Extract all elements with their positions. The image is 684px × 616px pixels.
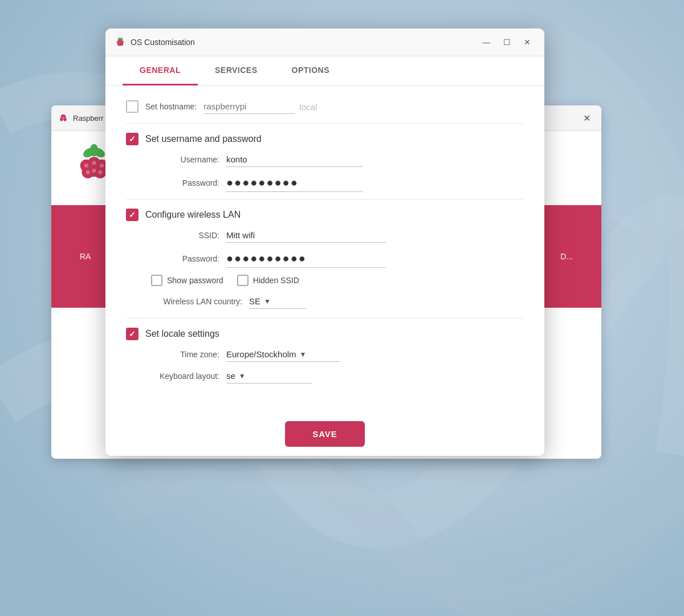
timezone-value: Europe/Stockholm [226, 349, 296, 359]
svg-point-20 [92, 169, 96, 173]
country-value: SE [249, 296, 260, 306]
hidden-ssid-label: Hidden SSID [253, 276, 299, 285]
keyboard-dropdown-arrow: ▼ [239, 372, 246, 380]
hidden-ssid-checkbox[interactable] [237, 275, 249, 286]
svg-point-32 [121, 44, 122, 45]
bg-window-title: Raspberr [73, 114, 103, 123]
locale-row: Set locale settings [126, 328, 524, 340]
wifi-password-label: Password: [151, 254, 219, 263]
keyboard-dropdown[interactable]: se ▼ [226, 369, 312, 384]
user-password-label: Set username and password [145, 134, 262, 144]
svg-point-8 [90, 144, 98, 157]
dialog-title: OS Customisation [131, 38, 195, 47]
user-password-input[interactable]: ●●●●●●●●● [226, 174, 363, 192]
tab-bar: GENERAL SERVICES OPTIONS [105, 56, 544, 85]
svg-point-18 [86, 170, 90, 174]
bg-ra-button[interactable]: RA [68, 247, 102, 266]
user-password-field-label: Password: [151, 178, 219, 187]
country-dropdown-arrow: ▼ [264, 297, 271, 305]
wireless-lan-checkbox[interactable] [126, 209, 139, 221]
locale-checkbox[interactable] [126, 328, 139, 340]
bg-d-button[interactable]: D... [549, 247, 584, 266]
svg-point-19 [98, 170, 102, 174]
show-password-label: Show password [167, 276, 223, 285]
separator-3 [126, 318, 524, 319]
close-button[interactable]: ✕ [519, 34, 535, 50]
save-button[interactable]: SAVE [285, 421, 365, 447]
maximize-button[interactable]: ☐ [499, 34, 515, 50]
user-password-checkbox[interactable] [126, 133, 139, 145]
keyboard-value: se [226, 371, 235, 381]
timezone-dropdown-arrow: ▼ [300, 350, 307, 358]
ssid-label: SSID: [151, 231, 219, 240]
country-row: Wireless LAN country: SE ▼ [126, 294, 524, 309]
os-customisation-dialog: OS Customisation — ☐ ✕ GENERAL SERVICES … [105, 28, 544, 456]
wifi-password-row: Password: ●●●●●●●●●● [126, 250, 524, 268]
ssid-row: SSID: [126, 228, 524, 243]
svg-point-31 [119, 44, 120, 45]
username-label: Username: [151, 155, 219, 164]
dialog-controls: — ☐ ✕ [478, 34, 535, 50]
tab-general[interactable]: GENERAL [123, 56, 198, 85]
show-password-item: Show password [151, 275, 223, 286]
wireless-lan-label: Configure wireless LAN [145, 210, 241, 220]
hostname-label: Set hostname: [145, 102, 197, 111]
save-row: SAVE [105, 407, 544, 456]
dialog-content: Set hostname: .local Set username and pa… [105, 85, 544, 407]
ssid-input[interactable] [226, 228, 386, 243]
separator-1 [126, 123, 524, 124]
show-password-row: Show password Hidden SSID [126, 275, 524, 286]
wifi-password-input[interactable]: ●●●●●●●●●● [226, 250, 386, 268]
username-input[interactable] [226, 152, 363, 167]
hostname-row: Set hostname: .local [126, 99, 524, 114]
timezone-dropdown[interactable]: Europe/Stockholm ▼ [226, 347, 340, 362]
dialog-titlebar: OS Customisation — ☐ ✕ [105, 28, 544, 56]
user-password-row: Set username and password [126, 133, 524, 145]
bg-rpi-icon [58, 113, 68, 123]
hostname-suffix: .local [297, 102, 317, 112]
dialog-title-left: OS Customisation [115, 36, 195, 48]
tab-options[interactable]: OPTIONS [275, 56, 347, 85]
user-password-field-row: Password: ●●●●●●●●● [126, 174, 524, 192]
timezone-label: Time zone: [151, 350, 219, 359]
hostname-input-group: .local [203, 99, 524, 114]
hostname-checkbox[interactable] [126, 100, 139, 113]
svg-point-16 [92, 161, 96, 165]
svg-point-28 [118, 42, 119, 43]
show-password-checkbox[interactable] [151, 275, 162, 286]
svg-point-29 [120, 41, 121, 42]
wireless-lan-row: Configure wireless LAN [126, 209, 524, 221]
tab-services[interactable]: SERVICES [198, 56, 275, 85]
svg-point-30 [121, 42, 123, 43]
svg-point-4 [62, 117, 65, 120]
bg-window-close[interactable]: ✕ [579, 110, 595, 126]
hidden-ssid-item: Hidden SSID [237, 275, 299, 286]
separator-2 [126, 199, 524, 199]
timezone-row: Time zone: Europe/Stockholm ▼ [126, 347, 524, 362]
country-label: Wireless LAN country: [151, 297, 242, 306]
country-dropdown[interactable]: SE ▼ [249, 294, 306, 309]
svg-point-15 [84, 164, 88, 168]
minimize-button[interactable]: — [478, 34, 494, 50]
dialog-rpi-icon [115, 36, 126, 48]
keyboard-row: Keyboard layout: se ▼ [126, 369, 524, 384]
locale-label: Set locale settings [145, 329, 219, 339]
keyboard-label: Keyboard layout: [151, 372, 219, 381]
svg-point-17 [100, 164, 104, 168]
username-row: Username: [126, 152, 524, 167]
hostname-input[interactable] [203, 99, 295, 114]
